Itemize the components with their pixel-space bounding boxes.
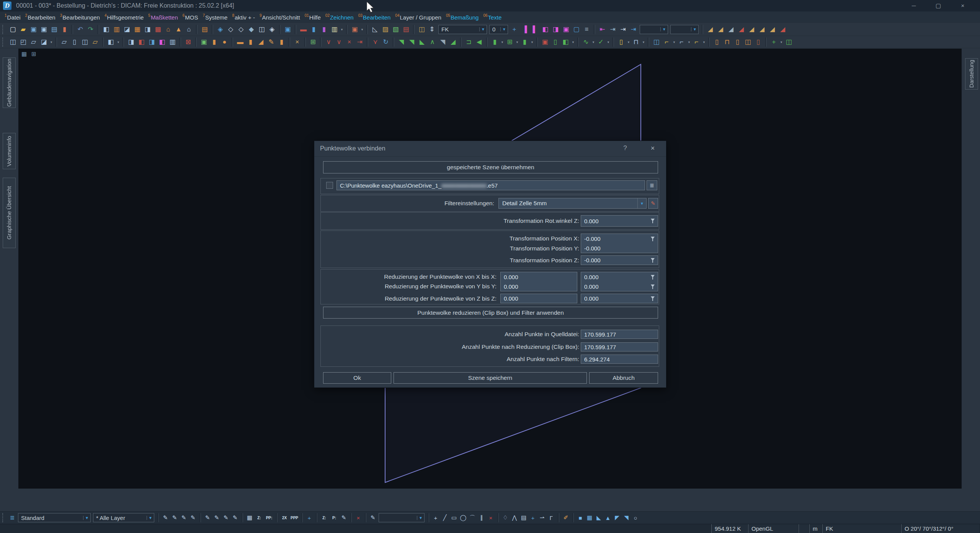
layer-list-icon[interactable]: ≡ — [581, 24, 592, 35]
red-xy-from-fieldbox[interactable]: 0.000 0.000 — [500, 272, 577, 291]
chevron-down-icon[interactable]: ▼ — [637, 198, 646, 208]
menu-item-texte[interactable]: 06Texte — [483, 14, 501, 21]
p-mode-icon[interactable]: P: — [329, 512, 339, 523]
house-icon[interactable]: ⌂ — [163, 24, 173, 35]
red-beam-icon[interactable]: ◢ — [736, 24, 746, 35]
save-icon[interactable]: ▣ — [28, 24, 39, 35]
fill-x-icon[interactable]: ▦ — [585, 512, 594, 523]
clip-green-icon[interactable]: ▯ — [550, 37, 560, 47]
menu-item-layer-gruppen[interactable]: 04Layer / Gruppen — [395, 14, 441, 21]
filter-edit-icon[interactable]: ✎ — [648, 198, 658, 209]
roof-a-icon[interactable]: ◥ — [396, 37, 407, 47]
pos-xy-fieldbox[interactable]: -0.000 -0.000 — [581, 234, 658, 253]
menu-item-ma-ketten[interactable]: 5Maßketten — [148, 14, 178, 21]
file-checkbox[interactable] — [326, 182, 333, 189]
save-all-icon[interactable]: ▤ — [49, 24, 59, 35]
dropdown-caret-icon[interactable]: ▾ — [591, 40, 596, 44]
dropdown-caret-icon[interactable]: ▾ — [116, 40, 121, 44]
marker-x-icon[interactable]: × — [344, 37, 354, 47]
cabinet-lamp-icon[interactable]: ⊓ — [722, 37, 732, 47]
measure-pick-icon[interactable] — [650, 236, 656, 242]
measure-pick-icon[interactable] — [650, 257, 656, 263]
menu-item-aktiv-[interactable]: 8aktiv + - — [232, 14, 255, 21]
pen-parallel-icon[interactable]: ✎ — [230, 512, 240, 523]
mini-axis-icon[interactable]: ⊞ — [31, 51, 36, 57]
trim-tool-icon[interactable]: ⇀ — [537, 512, 547, 523]
roof-f-icon[interactable]: ◢ — [448, 37, 458, 47]
panel-multi-icon[interactable]: ▥ — [167, 37, 178, 47]
menu-item-systeme[interactable]: 7Systeme — [203, 14, 227, 21]
menu-item-bearbeitungen[interactable]: 3Bearbeitungen — [60, 14, 100, 21]
bar-vertical-icon[interactable]: ▮ — [245, 37, 256, 47]
fk-combo[interactable]: FK▼ — [438, 25, 487, 34]
line-green-icon[interactable]: ∿ — [581, 37, 591, 47]
sheet-pair-icon[interactable]: ◫ — [80, 37, 90, 47]
book-open-icon[interactable]: ◫ — [416, 24, 427, 35]
dropdown-caret-icon[interactable]: ▾ — [49, 40, 54, 44]
wedge-icon[interactable]: ◢ — [256, 37, 266, 47]
menu-item-mos[interactable]: 6MOS — [183, 14, 198, 21]
pen-flag-icon[interactable]: ✎ — [339, 512, 348, 523]
measure-pick-icon[interactable] — [650, 218, 656, 224]
cabinet-2-icon[interactable]: ▯ — [732, 37, 743, 47]
panel-move-icon[interactable]: ◨ — [147, 37, 157, 47]
move-all-icon[interactable]: + — [305, 512, 314, 523]
arrow-box-green-icon[interactable]: ◀ — [474, 37, 484, 47]
style-combo[interactable]: Standard▼ — [18, 513, 91, 522]
cabinet-3-icon[interactable]: ◫ — [743, 37, 753, 47]
line-tool-icon[interactable]: ╱ — [440, 512, 449, 523]
maximize-button[interactable]: ▢ — [933, 2, 944, 9]
post-dimension-icon[interactable]: ▮ — [309, 24, 319, 35]
panel-delete-icon[interactable]: ⊠ — [183, 37, 193, 47]
corner-tool-icon[interactable]: Γ — [547, 512, 556, 523]
dropdown-caret-icon[interactable]: ▾ — [606, 40, 611, 44]
menu-item-bearbeiten[interactable]: 2Bearbeiten — [25, 14, 56, 21]
toolbar-grip[interactable] — [2, 25, 5, 34]
book-view-icon[interactable]: ◫ — [256, 24, 267, 35]
toolbar-grip[interactable] — [2, 38, 5, 47]
beam-dimension-icon[interactable]: ▬ — [298, 24, 309, 35]
point-tool-icon[interactable]: + — [431, 512, 440, 523]
sheet-up-icon[interactable]: ▯ — [69, 37, 80, 47]
gl-beam-b-icon[interactable]: ◢ — [715, 24, 726, 35]
box-3d-icon[interactable]: ▧ — [390, 24, 401, 35]
z-rotate-icon[interactable]: Z: — [319, 512, 329, 523]
roof-d-icon[interactable]: ∧ — [427, 37, 438, 47]
mirror-icon[interactable]: ⋀ — [510, 512, 519, 523]
lamp-blue-icon[interactable]: ⊓ — [631, 37, 641, 47]
dropdown-caret-icon[interactable]: ▾ — [626, 40, 631, 44]
fill-flag-2-icon[interactable]: ◥ — [622, 512, 631, 523]
panel-red-icon[interactable]: ◧ — [136, 37, 147, 47]
rot-z-field[interactable]: 0.000 — [581, 215, 658, 227]
undo-icon[interactable]: ↶ — [75, 24, 85, 35]
pen-cross-icon[interactable]: ✎ — [212, 512, 221, 523]
fill-flag-icon[interactable]: ◤ — [612, 512, 622, 523]
frame-panel-icon[interactable]: ▦ — [132, 24, 142, 35]
distance-right-icon[interactable]: ⇥ — [618, 24, 628, 35]
grid-cells-icon[interactable]: ▦ — [245, 512, 254, 523]
dropdown-caret-icon[interactable]: ▾ — [687, 40, 691, 44]
pen-dot-icon[interactable]: ✎ — [161, 512, 170, 523]
dropdown-caret-icon[interactable]: ▾ — [360, 28, 364, 31]
distance-edge-icon[interactable]: ⇥ — [628, 24, 639, 35]
dialog-title-bar[interactable]: Punktewolke verbinden — [314, 141, 666, 157]
set-square-icon[interactable]: ◺ — [370, 24, 380, 35]
pink-wall-join-icon[interactable]: ▐ — [519, 24, 530, 35]
file-options-icon[interactable]: ≣ — [647, 180, 657, 190]
order-list-icon[interactable]: ▤ — [199, 24, 210, 35]
chevron-down-icon[interactable]: ▼ — [147, 516, 154, 520]
red-z-to-field[interactable]: 0.000 — [581, 294, 658, 303]
marker-v2-icon[interactable]: ∨ — [334, 37, 344, 47]
chevron-down-icon[interactable]: ▼ — [417, 516, 424, 520]
minimize-button[interactable]: ─ — [908, 2, 920, 9]
pp-jump-icon[interactable]: PP: — [264, 512, 274, 523]
arrows-red-icon[interactable]: ⋎ — [370, 37, 381, 47]
file-path-field[interactable]: C:\Punktewolke eazyhaus\OneDrive_1_■■■■■… — [336, 180, 645, 190]
snap-2x-icon[interactable]: 2X — [279, 512, 289, 523]
check-green-icon[interactable]: ✓ — [596, 37, 606, 47]
save-scene-button[interactable]: Szene speichern — [394, 372, 587, 384]
reduce-apply-filter-button[interactable]: Punktewolke reduzieren (Clip Box) und Fi… — [323, 307, 658, 319]
copy-board-icon[interactable]: ▣ — [199, 37, 209, 47]
timber-beam-3-icon[interactable]: ◢ — [767, 24, 777, 35]
arc-tool-icon[interactable]: ⌒ — [468, 512, 477, 523]
